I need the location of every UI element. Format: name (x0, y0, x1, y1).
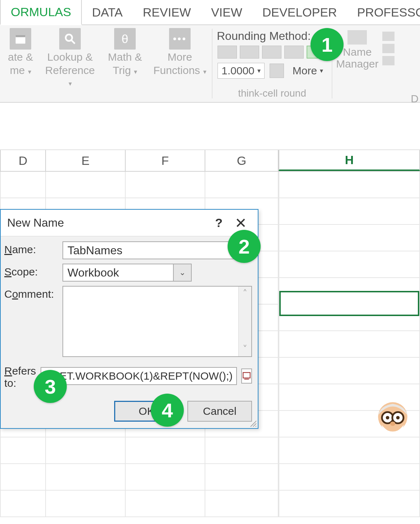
svg-point-10 (396, 416, 400, 419)
col-header-H[interactable]: H (279, 150, 420, 171)
round-method-1-button[interactable] (218, 46, 237, 59)
scroll-down-icon: ˅ (243, 344, 247, 355)
comment-scrollbar[interactable]: ˄ ˅ (238, 287, 251, 356)
annotation-badge-4: 4 (151, 394, 184, 427)
tab-developer[interactable]: DEVELOPER (252, 0, 347, 24)
name-manager-icon (347, 30, 367, 45)
scroll-up-icon: ˄ (243, 288, 247, 299)
round-check-icon[interactable] (270, 64, 284, 78)
rounding-method-heading: Rounding Method: (214, 28, 314, 43)
round-method-4-button[interactable] (284, 46, 304, 59)
round-method-2-button[interactable] (240, 46, 259, 59)
scope-label: Scope: (4, 264, 58, 278)
define-name-icon[interactable] (382, 32, 395, 41)
round-more-button[interactable]: More ▾ (289, 63, 327, 78)
round-method-3-button[interactable] (262, 46, 281, 59)
theta-icon: θ (114, 28, 136, 50)
ribbon: ate &me ▾ Lookup &Reference ▾ θ Math &Tr… (0, 25, 420, 103)
chevron-down-icon: ▾ (320, 67, 323, 75)
math-label-1: Math & (108, 51, 142, 63)
collapse-dialog-button[interactable] (241, 368, 252, 384)
tab-professor[interactable]: PROFESSO (347, 0, 420, 24)
lookup-label-2: Reference (45, 64, 95, 76)
chevron-down-icon: ▾ (134, 68, 137, 75)
trailing-group-letter: D (411, 93, 419, 105)
date-time-label-1: ate & (8, 51, 33, 63)
date-time-button[interactable]: ate &me ▾ (4, 28, 37, 76)
round-more-label: More (293, 65, 317, 77)
svg-line-3 (72, 41, 75, 44)
chevron-down-icon: ▾ (257, 67, 261, 75)
help-button[interactable]: ? (207, 216, 230, 230)
svg-point-9 (386, 416, 389, 419)
refers-to-label: Refers to: (4, 363, 36, 389)
name-input[interactable] (62, 241, 252, 259)
tab-formulas[interactable]: ORMULAS (0, 0, 82, 25)
svg-rect-1 (16, 35, 25, 37)
math-trig-button[interactable]: θ Math &Trig ▾ (103, 28, 146, 76)
tab-data[interactable]: DATA (82, 0, 133, 24)
column-headers: D E F G H (0, 150, 420, 172)
ellipsis-icon: ••• (169, 28, 191, 50)
chevron-down-icon: ▾ (69, 80, 72, 87)
name-label: Name: (4, 241, 58, 256)
thinkcell-group-label: think-cell round (238, 85, 306, 101)
col-header-F[interactable]: F (126, 150, 205, 171)
cancel-button[interactable]: Cancel (187, 401, 252, 422)
ribbon-group-function-library: ate &me ▾ Lookup &Reference ▾ θ Math &Tr… (0, 25, 211, 102)
more-label-1: More (168, 51, 192, 63)
calendar-icon (10, 28, 31, 50)
ribbon-tabs: ORMULAS DATA REVIEW VIEW DEVELOPER PROFE… (0, 0, 420, 25)
math-label-2: Trig (113, 64, 131, 76)
col-header-G[interactable]: G (205, 150, 279, 171)
more-functions-button[interactable]: ••• MoreFunctions ▾ (153, 28, 207, 76)
professor-avatar (371, 396, 414, 439)
date-time-label-2: me (10, 64, 25, 76)
tab-review[interactable]: REVIEW (133, 0, 201, 24)
range-picker-icon (242, 371, 251, 381)
chevron-down-icon: ⌄ (173, 264, 191, 281)
dialog-titlebar[interactable]: New Name ? ✕ (1, 210, 258, 236)
scope-value: Workbook (63, 266, 173, 279)
formula-bar-area (0, 103, 420, 150)
ribbon-group-defined-names: NameManager (333, 25, 395, 102)
tab-view[interactable]: VIEW (201, 0, 252, 24)
lookup-reference-button[interactable]: Lookup &Reference ▾ (43, 28, 97, 88)
resize-grip[interactable] (248, 419, 256, 427)
use-in-formula-icon[interactable] (382, 44, 395, 53)
svg-point-11 (390, 422, 395, 426)
svg-point-2 (66, 34, 72, 41)
scope-select[interactable]: Workbook ⌄ (62, 264, 192, 282)
dialog-title: New Name (7, 216, 207, 229)
active-cell[interactable] (279, 291, 419, 316)
lookup-label-1: Lookup & (47, 51, 93, 63)
chevron-down-icon: ▾ (28, 68, 31, 75)
col-header-E[interactable]: E (46, 150, 126, 171)
chevron-down-icon: ▾ (203, 68, 206, 75)
comment-textarea[interactable] (63, 287, 238, 356)
annotation-badge-3: 3 (34, 370, 67, 403)
rounding-precision-value: 1.0000 (221, 65, 255, 77)
annotation-badge-2: 2 (228, 230, 261, 263)
ribbon-separator (212, 29, 213, 98)
refers-to-input[interactable]: =GET.WORKBOOK(1)&REPT(NOW();) (41, 367, 237, 385)
col-header-D[interactable]: D (0, 150, 46, 171)
lookup-icon (59, 28, 81, 50)
close-button[interactable]: ✕ (230, 215, 251, 231)
create-from-selection-icon[interactable] (382, 56, 395, 65)
svg-rect-4 (243, 372, 250, 378)
rounding-precision-combo[interactable]: 1.0000 ▾ (218, 63, 265, 79)
annotation-badge-1: 1 (311, 28, 344, 61)
comment-label: Comment: (4, 286, 58, 300)
more-label-2: Functions (153, 64, 200, 76)
